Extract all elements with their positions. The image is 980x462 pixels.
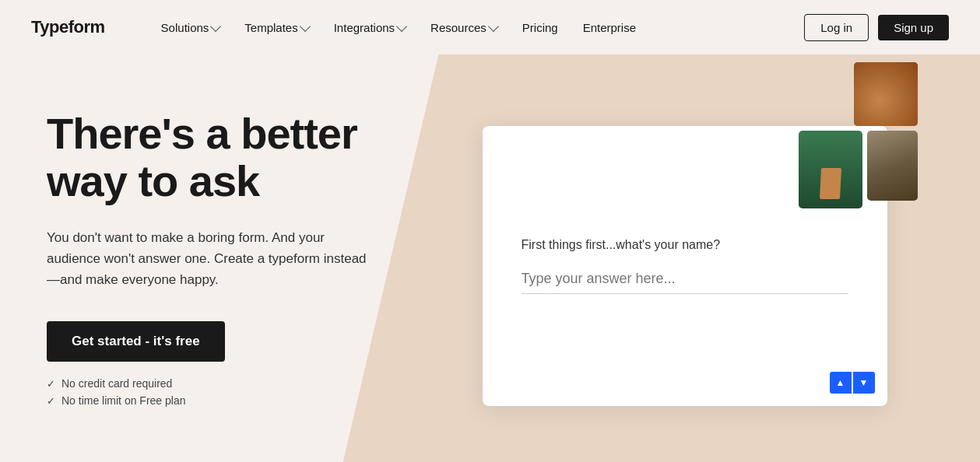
chevron-down-icon [210, 20, 221, 31]
check-item-credit-card: ✓ No credit card required [47, 377, 374, 390]
nav-links: Solutions Templates Integrations Resourc… [152, 15, 805, 40]
chevron-down-icon [300, 20, 311, 31]
check-label-time-limit: No time limit on Free plan [61, 394, 186, 407]
hero-subtitle: You don't want to make a boring form. An… [47, 227, 374, 291]
nav-actions: Log in Sign up [804, 14, 949, 41]
hero-section: There's a better way to ask You don't wa… [0, 54, 980, 462]
decorative-image-2 [799, 131, 862, 208]
decorative-image-3 [867, 131, 918, 201]
form-navigation: ▲ ▼ [830, 372, 875, 394]
chevron-down-icon [396, 20, 407, 31]
checkmark-icon: ✓ [47, 395, 55, 407]
hero-title: There's a better way to ask [47, 110, 374, 205]
form-nav-down-button[interactable]: ▼ [853, 372, 875, 394]
hero-checks: ✓ No credit card required ✓ No time limi… [47, 377, 374, 407]
nav-item-integrations[interactable]: Integrations [325, 15, 415, 40]
navbar: Typeform Solutions Templates Integration… [0, 0, 980, 54]
nav-item-templates[interactable]: Templates [235, 15, 318, 40]
signup-button[interactable]: Sign up [878, 15, 949, 40]
form-nav-up-button[interactable]: ▲ [830, 372, 852, 394]
logo[interactable]: Typeform [31, 17, 105, 37]
form-answer-input[interactable] [522, 264, 848, 294]
hero-right: First things first...what's your name? ▲… [405, 54, 980, 462]
form-question: First things first...what's your name? [522, 238, 848, 252]
nav-item-enterprise[interactable]: Enterprise [574, 15, 645, 40]
check-label-credit-card: No credit card required [61, 377, 172, 390]
cta-button[interactable]: Get started - it's free [47, 321, 225, 362]
nav-item-pricing[interactable]: Pricing [513, 15, 567, 40]
nav-item-solutions[interactable]: Solutions [152, 15, 230, 40]
checkmark-icon: ✓ [47, 378, 55, 390]
decorative-image-1 [854, 62, 918, 126]
nav-item-resources[interactable]: Resources [421, 15, 507, 40]
login-button[interactable]: Log in [804, 14, 869, 41]
chevron-down-icon [488, 20, 499, 31]
check-item-time-limit: ✓ No time limit on Free plan [47, 394, 374, 407]
hero-left: There's a better way to ask You don't wa… [0, 54, 405, 462]
